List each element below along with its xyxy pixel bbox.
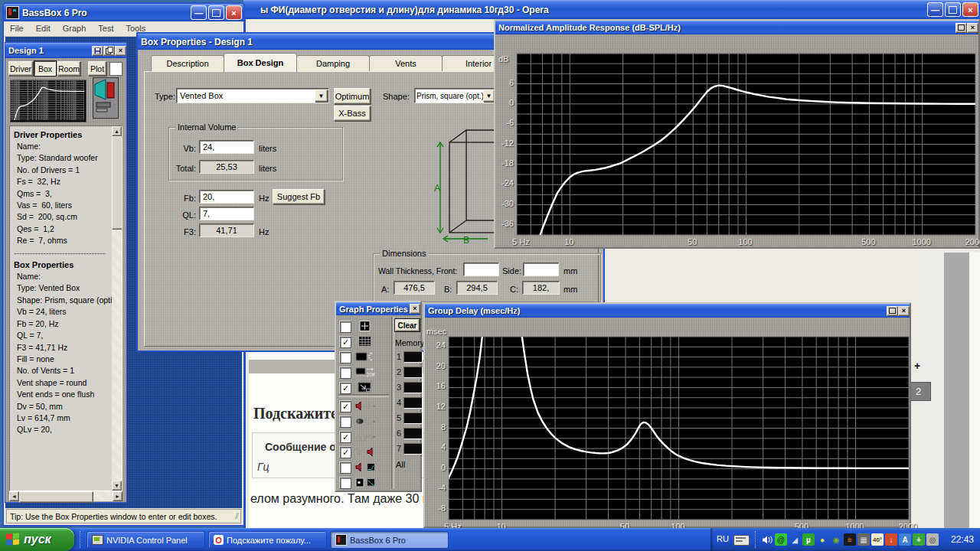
memory-slot-swatch[interactable] xyxy=(403,351,423,363)
download-manager-icon[interactable]: ↓ xyxy=(885,533,897,546)
design-save-button[interactable] xyxy=(92,46,103,56)
wall-front-input[interactable] xyxy=(463,262,499,276)
menu-edit[interactable]: Edit xyxy=(30,21,57,35)
view-button-plot[interactable]: Plot xyxy=(88,61,106,76)
view-button-box[interactable]: Box xyxy=(34,61,56,76)
amplitude-titlebar[interactable]: Normalized Amplitude Response (dB-SPL/Hz… xyxy=(495,21,978,34)
design-thumbnail-plot[interactable] xyxy=(10,80,87,122)
menu-test[interactable]: Test xyxy=(92,21,119,35)
toggle-checkbox[interactable]: ✓ xyxy=(340,447,351,458)
design-vscrollbar[interactable]: ▲ ▼ xyxy=(112,126,122,491)
memory-slot-swatch[interactable] xyxy=(403,412,423,424)
dialup-icon[interactable]: ◢ xyxy=(789,533,801,546)
optimum-button[interactable]: Optimum xyxy=(334,88,371,104)
toggle-checkbox[interactable] xyxy=(340,416,351,428)
toggle-checkbox[interactable]: ✓ xyxy=(340,383,351,394)
type-combobox[interactable]: Vented Box ▼ xyxy=(176,88,329,103)
utorrent-icon[interactable]: µ xyxy=(802,533,815,546)
ql-value: 7, xyxy=(203,209,210,218)
design-hscrollbar[interactable]: ◄ ► xyxy=(9,491,122,501)
taskbar-button-2[interactable]: OПодскажите пожалу... xyxy=(208,531,327,549)
memory-slot-swatch[interactable] xyxy=(403,397,423,409)
memory-slot-swatch[interactable] xyxy=(403,382,423,393)
group-delay-restore-button[interactable] xyxy=(887,306,898,316)
memory-slot-swatch[interactable] xyxy=(403,428,423,439)
plot-color-swatch[interactable] xyxy=(109,62,122,76)
tab-vents[interactable]: Vents xyxy=(369,55,443,71)
driver-properties-heading: Driver Properties xyxy=(14,129,106,141)
opera-right-scroll-column[interactable] xyxy=(944,253,969,528)
bassbox-close-button[interactable]: × xyxy=(226,5,242,20)
keyboard-icon[interactable] xyxy=(733,535,750,546)
taskbar-button-3[interactable]: BassBox 6 Pro xyxy=(330,531,449,549)
dim-a-arrow-label: A xyxy=(434,183,440,194)
view-button-driver[interactable]: Driver xyxy=(8,61,33,76)
suggest-fb-button[interactable]: Suggest Fb xyxy=(273,189,325,204)
side-input[interactable] xyxy=(523,262,559,276)
dim-b-field: 294,5 xyxy=(456,281,498,295)
start-button[interactable]: пуск xyxy=(0,528,74,551)
volume-icon[interactable] xyxy=(761,533,773,546)
dim-a-value: 476,5 xyxy=(403,283,425,292)
ram-chip-icon[interactable]: ▦ xyxy=(858,533,870,546)
bassbox-titlebar[interactable]: BassBox 6 Pro — × xyxy=(4,4,243,21)
toggle-checkbox[interactable] xyxy=(340,367,351,379)
type-dropdown-icon[interactable]: ▼ xyxy=(315,90,328,102)
toggle-checkbox[interactable] xyxy=(340,321,351,333)
design-titlebar[interactable]: Design 1 × xyxy=(5,43,126,58)
shape-combobox[interactable]: Prism, square (opt.) ▼ xyxy=(414,88,497,103)
language-indicator[interactable]: RU xyxy=(717,534,729,543)
clear-button[interactable]: Clear xyxy=(395,319,420,331)
design-close-button[interactable]: × xyxy=(115,46,126,56)
opera-body-text: елом разумного. Там даже 30 не xyxy=(250,492,436,506)
bassbox-minimize-button[interactable]: — xyxy=(191,5,207,20)
view-button-room[interactable]: Room xyxy=(57,61,80,76)
temperature-icon[interactable]: 40° xyxy=(871,533,884,546)
antivirus-icon[interactable]: + xyxy=(913,533,925,546)
design-box-icon[interactable] xyxy=(93,77,119,119)
equalizer-icon[interactable]: ≡ xyxy=(844,533,856,546)
group-delay-titlebar[interactable]: Group Delay (msec/Hz) × xyxy=(425,304,910,318)
xbass-button[interactable]: X-Bass xyxy=(334,106,371,121)
taskbar-clock[interactable]: 22:43 xyxy=(951,534,974,545)
scanner-icon[interactable]: ◎ xyxy=(926,533,939,546)
amplitude-restore-button[interactable] xyxy=(956,23,967,33)
nvidia-eye-icon[interactable]: ◉ xyxy=(830,533,842,546)
opera-plus-mark[interactable]: + xyxy=(914,360,920,372)
opera-close-button[interactable]: × xyxy=(962,2,978,17)
toggle-checkbox[interactable]: ✓ xyxy=(340,401,351,412)
memory-all-label[interactable]: All xyxy=(396,460,405,469)
opera-minimize-button[interactable]: — xyxy=(927,2,943,17)
vb-input[interactable]: 24, xyxy=(199,140,254,154)
tab-box-design[interactable]: Box Design xyxy=(224,53,297,72)
mail-at-icon[interactable]: @ xyxy=(775,533,787,546)
side-label: Side: xyxy=(502,266,521,276)
memory-slot-swatch[interactable] xyxy=(403,367,423,378)
amplitude-close-button[interactable]: × xyxy=(967,23,978,33)
punto-switcher-icon[interactable]: A xyxy=(899,533,911,546)
menu-file[interactable]: File xyxy=(4,21,30,35)
toggle-checkbox[interactable] xyxy=(340,478,351,489)
design-duplicate-button[interactable] xyxy=(103,46,115,56)
ql-input[interactable]: 7, xyxy=(199,207,254,220)
graph-properties-titlebar[interactable]: Graph Properties × xyxy=(336,302,420,315)
lemon-icon[interactable]: ● xyxy=(816,533,828,546)
group-delay-close-button[interactable]: × xyxy=(898,306,910,316)
tab-description[interactable]: Description xyxy=(151,55,224,71)
opera-restore-button[interactable] xyxy=(945,2,961,17)
memory-slot-swatch[interactable] xyxy=(403,443,423,455)
fb-input[interactable]: 20, xyxy=(199,190,254,204)
menu-graph[interactable]: Graph xyxy=(57,21,93,35)
tab-damping[interactable]: Damping xyxy=(296,55,370,71)
toggle-checkbox[interactable]: ✓ xyxy=(340,337,351,348)
bassbox-maximize-button[interactable] xyxy=(208,5,224,20)
shape-dropdown-icon[interactable]: ▼ xyxy=(483,90,495,102)
resize-grip-icon[interactable]: ⫽ xyxy=(235,511,240,521)
toggle-checkbox[interactable] xyxy=(340,352,351,364)
opera-window-titlebar[interactable]: ы ФИ(диаметр отверстия и длину)для динам… xyxy=(243,0,980,19)
y-tick-label: -18 xyxy=(495,158,514,168)
toggle-checkbox[interactable] xyxy=(340,462,351,474)
taskbar-button-1[interactable]: NVIDIA Control Panel xyxy=(87,531,205,549)
toggle-checkbox[interactable]: ✓ xyxy=(340,432,351,443)
graph-properties-close-button[interactable]: × xyxy=(410,304,420,314)
